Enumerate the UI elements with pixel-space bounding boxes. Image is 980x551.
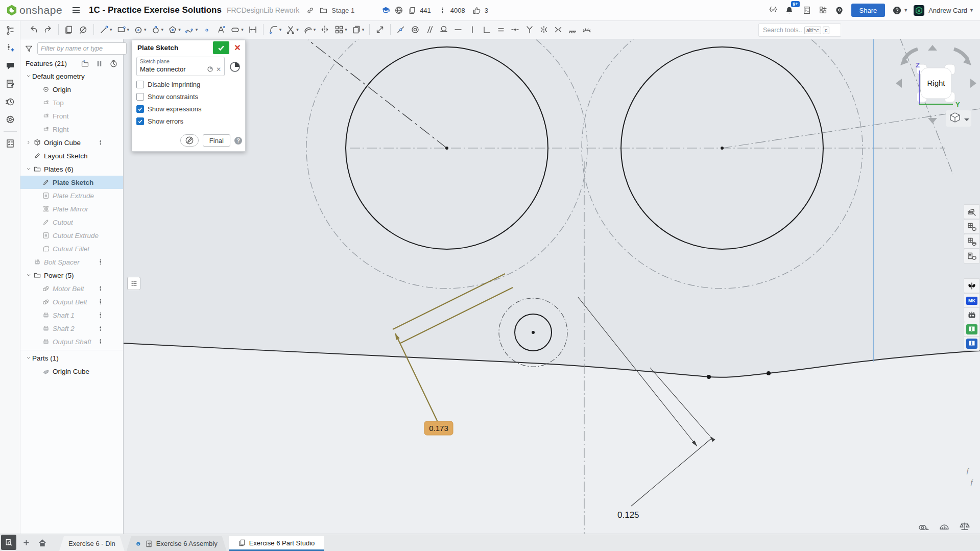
comments-icon[interactable] [3, 59, 17, 73]
paint-tool-button[interactable] [964, 204, 980, 219]
tab-search-button[interactable] [1, 535, 16, 550]
user-caret-icon[interactable]: ▼ [969, 8, 974, 13]
feature-row-cutout[interactable]: Cutout [20, 215, 123, 229]
filter-input[interactable] [37, 42, 127, 55]
folder-icon[interactable] [317, 4, 330, 17]
dropdown-caret-icon[interactable]: ▾ [127, 27, 130, 32]
spline-tool-button[interactable]: ▾ [183, 22, 200, 37]
rotate-ccw-arrow[interactable] [904, 49, 918, 60]
center-point-left[interactable] [445, 147, 448, 150]
sketch-plane-field[interactable]: Sketch plane Mate connector ✕ [136, 57, 225, 76]
link-icon[interactable] [303, 4, 317, 17]
bom-cube2-tool-button[interactable] [964, 234, 980, 249]
transform-tool-button[interactable] [373, 22, 387, 37]
dropdown-caret-icon[interactable]: ▾ [241, 27, 244, 32]
equal-tool-button[interactable] [494, 22, 508, 37]
feature-row-shaft-1[interactable]: Shaft 1 [20, 308, 123, 322]
checkbox-box[interactable] [136, 105, 144, 113]
suppress-pause-icon[interactable] [93, 59, 105, 68]
book-blue-tool-button[interactable] [964, 336, 980, 351]
checkbox-show-expressions[interactable]: Show expressions [136, 105, 241, 113]
arc-tool-button[interactable]: ▾ [149, 22, 165, 37]
feature-row-shaft-2[interactable]: Shaft 2 [20, 322, 123, 335]
center-point-right[interactable] [721, 147, 724, 150]
help-caret-icon[interactable]: ▼ [903, 8, 908, 13]
feature-row-plate-extrude[interactable]: Plate Extrude [20, 189, 123, 202]
checkbox-box[interactable] [136, 81, 144, 88]
feature-menu-dots-icon[interactable] [97, 297, 104, 306]
feature-row-output-belt[interactable]: Output Belt [20, 295, 123, 308]
book-green-tool-button[interactable] [964, 322, 980, 337]
symmetric-tool-button[interactable] [537, 22, 551, 37]
doc-cube-tool-button[interactable] [964, 249, 980, 263]
sketch-paste-tool-button[interactable]: ▾ [350, 22, 366, 37]
task-list-icon[interactable] [3, 136, 17, 151]
checkbox-show-errors[interactable]: Show errors [136, 117, 241, 125]
graphics-canvas[interactable]: 0.173 0.125 ƒ ƒ [123, 39, 980, 534]
new-tab-button[interactable] [19, 536, 33, 549]
user-name[interactable]: Andrew Card [928, 7, 967, 14]
likes-icon[interactable] [470, 4, 484, 17]
feature-menu-dots-icon[interactable] [97, 310, 104, 320]
feature-row-origin-cube[interactable]: Origin Cube [20, 365, 123, 378]
view-cube[interactable]: Z Y Right [889, 41, 980, 135]
share-button[interactable]: Share [851, 4, 886, 17]
feature-row-cutout-fillet[interactable]: Cutout Fillet [20, 242, 123, 255]
fix-tool-button[interactable] [566, 22, 579, 37]
onshape-logo-icon[interactable] [5, 4, 18, 17]
dimension-expression[interactable]: 0.173 [424, 421, 453, 435]
folder-label[interactable]: Stage 1 [331, 7, 354, 14]
curve-pattern-tool-button[interactable] [552, 22, 565, 37]
dropdown-caret-icon[interactable]: ▾ [345, 27, 347, 32]
checkbox-disable-imprinting[interactable]: Disable imprinting [136, 81, 241, 88]
feedback-icon[interactable] [3, 112, 17, 127]
tab-exercise-6-part-studio[interactable]: Exercise 6 Part Studio [229, 536, 324, 551]
text-tool-button[interactable] [214, 22, 228, 37]
circle-tool-button[interactable]: ▾ [132, 22, 148, 37]
featurescript-icon[interactable] [767, 4, 780, 17]
checkbox-box[interactable] [136, 93, 144, 101]
avatar[interactable] [912, 4, 925, 17]
feature-row-plate-mirror[interactable]: Plate Mirror [20, 202, 123, 215]
feature-row-front[interactable]: Front [20, 109, 123, 123]
polygon-tool-button[interactable]: ▾ [166, 22, 182, 37]
imprint-tool-button[interactable] [77, 22, 90, 37]
version-tree-icon[interactable] [3, 23, 17, 37]
copies-icon[interactable] [405, 4, 419, 17]
sketch-view-button[interactable] [180, 134, 199, 147]
feature-row-plate-sketch[interactable]: Plate Sketch [20, 176, 123, 189]
tree-caret-icon[interactable] [25, 73, 32, 79]
concentric-tool-button[interactable] [409, 22, 422, 37]
trim-tool-button[interactable]: ▾ [284, 22, 300, 37]
vertical-tool-button[interactable] [466, 22, 479, 37]
feature-menu-dots-icon[interactable] [97, 257, 104, 267]
undo-tool-button[interactable] [27, 22, 40, 37]
add-folder-icon[interactable] [79, 59, 90, 68]
dropdown-caret-icon[interactable]: ▾ [110, 27, 112, 32]
checkbox-show-constraints[interactable]: Show constraints [136, 93, 241, 101]
dropdown-caret-icon[interactable]: ▾ [161, 27, 164, 32]
coincident-tool-button[interactable] [394, 22, 408, 37]
home-tab-button[interactable] [36, 536, 49, 549]
dropdown-caret-icon[interactable]: ▾ [144, 27, 147, 32]
dropdown-caret-icon[interactable]: ▾ [362, 27, 365, 32]
tab-exercise-6-assembly[interactable]: Exercise 6 Assembly [127, 536, 227, 551]
feature-row-cutout-extrude[interactable]: Cutout Extrude [20, 229, 123, 242]
clear-selection-icon[interactable]: ✕ [216, 66, 221, 73]
robot2-tool-button[interactable] [964, 307, 980, 322]
horizontal-tool-button[interactable] [451, 22, 465, 37]
tree-caret-icon[interactable] [25, 139, 32, 146]
checkbox-box[interactable] [136, 117, 144, 125]
curvature-tool-button[interactable] [580, 22, 593, 37]
feature-row-right[interactable]: Right [20, 123, 123, 136]
point-tool-button[interactable] [200, 22, 213, 37]
dialog-cancel-button[interactable]: ✕ [232, 41, 243, 54]
normal-tool-button[interactable] [523, 22, 536, 37]
tangent-tool-button[interactable] [437, 22, 450, 37]
feature-menu-dots-icon[interactable] [97, 138, 104, 147]
uses-icon[interactable] [436, 4, 449, 17]
dimension-tool-button[interactable] [246, 22, 259, 37]
dialog-accept-button[interactable] [213, 41, 229, 54]
dropdown-caret-icon[interactable]: ▾ [178, 27, 181, 32]
dropdown-caret-icon[interactable]: ▾ [314, 27, 316, 32]
